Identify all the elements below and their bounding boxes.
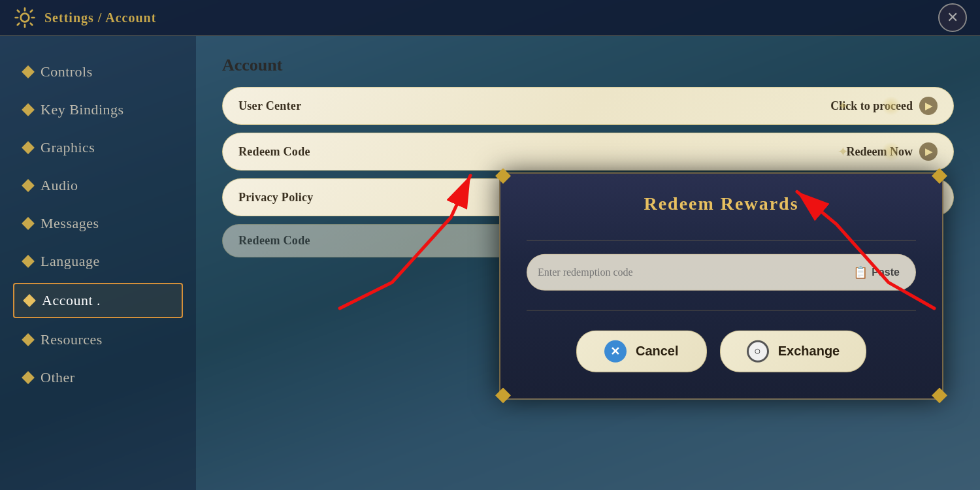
modal-divider-bottom [527, 310, 916, 310]
modal-buttons: ✕ Cancel ○ Exchange [527, 330, 916, 372]
gear-icon [13, 6, 37, 29]
exchange-label: Exchange [778, 344, 840, 359]
redeem-code-action: Redeem Now ▶ [847, 142, 938, 161]
diamond-icon [22, 179, 35, 192]
paste-icon: 📋 [853, 265, 868, 279]
sidebar-item-label: Language [41, 253, 100, 270]
redeem-code-row[interactable]: Redeem Code ✦ Redeem Now ▶ [222, 133, 954, 171]
user-center-label: User Center [238, 99, 301, 113]
sidebar-item-label: Account . [42, 292, 101, 309]
top-bar-left: Settings / Account [13, 6, 156, 29]
sidebar-item-label: Graphics [41, 139, 95, 156]
settings-window: Settings / Account ✕ Controls Key Bindin… [0, 0, 980, 490]
cancel-label: Cancel [636, 344, 679, 359]
sidebar-item-account[interactable]: Account . [13, 283, 183, 318]
diamond-icon [22, 217, 35, 230]
top-bar: Settings / Account ✕ [0, 0, 980, 36]
close-button[interactable]: ✕ [938, 3, 967, 32]
content-area: Account User Center ✦ Click to proceed ▶… [196, 36, 980, 490]
redeem-arrow: ▶ [919, 142, 938, 161]
diamond-icon [22, 103, 35, 116]
sidebar-item-label: Audio [41, 177, 78, 194]
privacy-policy-label: Privacy Policy [238, 191, 314, 204]
sidebar-item-other[interactable]: Other [13, 361, 183, 394]
partial-row-label: Redeem Code [238, 234, 310, 248]
diamond-icon-active [23, 294, 36, 307]
sidebar-item-messages[interactable]: Messages [13, 207, 183, 240]
diamond-icon [22, 65, 35, 78]
sidebar-item-label: Messages [41, 215, 99, 232]
cancel-icon: ✕ [604, 340, 627, 362]
exchange-icon: ○ [747, 340, 769, 362]
breadcrumb: Settings / Account [44, 10, 156, 25]
cancel-button[interactable]: ✕ Cancel [576, 330, 707, 372]
sidebar-item-label: Other [41, 369, 75, 386]
exchange-button[interactable]: ○ Exchange [720, 330, 866, 372]
star-decoration: ✦ [838, 98, 849, 114]
sidebar-item-resources[interactable]: Resources [13, 323, 183, 356]
modal-divider-top [527, 240, 916, 240]
sidebar-item-label: Key Bindings [41, 101, 124, 118]
svg-point-0 [21, 14, 29, 22]
diamond-icon [22, 333, 35, 346]
star-decoration: ✦ [838, 144, 849, 159]
modal-corner-br [932, 387, 947, 403]
sidebar: Controls Key Bindings Graphics Audio Mes… [0, 36, 196, 490]
redeem-code-label: Redeem Code [238, 145, 310, 159]
main-content: Controls Key Bindings Graphics Audio Mes… [0, 36, 980, 490]
sidebar-item-graphics[interactable]: Graphics [13, 131, 183, 164]
sidebar-item-keybindings[interactable]: Key Bindings [13, 93, 183, 126]
sidebar-item-controls[interactable]: Controls [13, 56, 183, 88]
paste-button[interactable]: 📋 Paste [848, 262, 905, 282]
paste-label: Paste [872, 266, 900, 278]
sidebar-item-label: Controls [41, 63, 93, 80]
user-center-row[interactable]: User Center ✦ Click to proceed ▶ [222, 87, 954, 125]
redemption-input-wrap[interactable]: 📋 Paste [527, 253, 916, 290]
sidebar-item-language[interactable]: Language [13, 245, 183, 278]
content-title: Account [222, 56, 954, 75]
modal-corner-bl [495, 387, 511, 403]
redeem-modal: Redeem Rewards 📋 Paste ✕ Cancel [499, 172, 943, 399]
sidebar-item-audio[interactable]: Audio [13, 169, 183, 202]
redemption-code-input[interactable] [538, 266, 848, 278]
diamond-icon [22, 141, 35, 154]
modal-title: Redeem Rewards [527, 193, 916, 214]
proceed-arrow: ▶ [919, 97, 938, 115]
diamond-icon [22, 255, 35, 268]
diamond-icon [22, 371, 35, 384]
sidebar-item-label: Resources [41, 331, 103, 348]
